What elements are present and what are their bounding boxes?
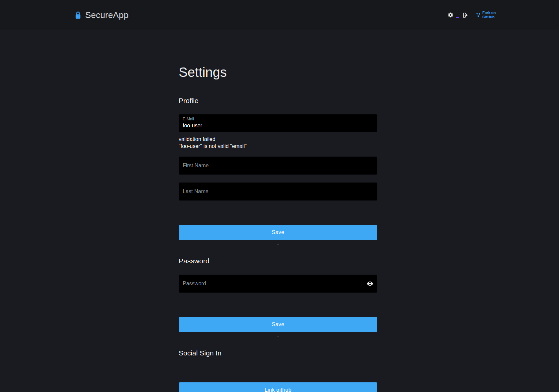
email-field-label: E-Mail (183, 117, 373, 121)
profile-save-button[interactable]: Save (179, 225, 377, 240)
logout-icon (462, 12, 468, 18)
gear-icon (448, 12, 454, 18)
social-sign-in-heading: Social Sign In (179, 349, 377, 357)
logout-button[interactable] (461, 11, 469, 19)
fork-icon (476, 13, 481, 18)
error-line-2: "foo-user" is not valid "email" (179, 143, 377, 150)
email-field[interactable]: E-Mail (179, 114, 377, 132)
first-name-field (179, 157, 377, 175)
brand-home-link[interactable]: SecureApp (75, 0, 128, 30)
page-title: Settings (179, 65, 377, 80)
password-save-button[interactable]: Save (179, 317, 377, 332)
dot-artifact (278, 244, 279, 245)
visibility-eye-icon (367, 280, 373, 287)
password-field (179, 275, 377, 293)
app-title: SecureApp (85, 10, 128, 20)
lock-icon (75, 11, 82, 20)
password-heading: Password (179, 257, 377, 265)
settings-page: Settings Profile E-Mail validation faile… (179, 65, 377, 392)
dot-artifact (278, 336, 279, 337)
toggle-password-visibility-button[interactable] (367, 280, 373, 287)
email-validation-error: validation failed "foo-user" is not vali… (179, 136, 377, 150)
last-name-input[interactable] (183, 189, 373, 195)
first-name-input[interactable] (183, 163, 373, 169)
error-line-1: validation failed (179, 136, 377, 143)
fork-label: Fork onGitHub (482, 11, 496, 19)
last-name-field (179, 183, 377, 200)
password-input[interactable] (183, 281, 363, 287)
app-header: SecureApp Fork onGit (0, 0, 559, 30)
password-section: Password Save (179, 257, 377, 337)
email-input[interactable] (183, 123, 373, 129)
settings-button[interactable] (447, 11, 454, 19)
caret-artifact (456, 17, 459, 18)
fork-on-github-link[interactable]: Fork onGitHub (476, 11, 496, 19)
profile-section: Profile E-Mail validation failed "foo-us… (179, 96, 377, 245)
link-github-button[interactable]: Link github (179, 382, 377, 392)
header-actions: Fork onGitHub (447, 0, 496, 30)
social-sign-in-section: Social Sign In Link github (179, 349, 377, 392)
profile-heading: Profile (179, 96, 377, 105)
